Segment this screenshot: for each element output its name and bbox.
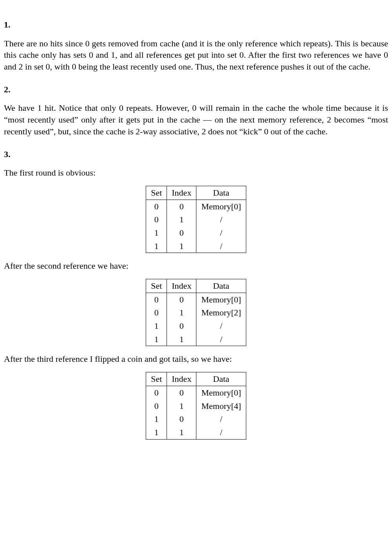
cell-data: Memory[4] (196, 399, 246, 413)
cell-data: / (196, 240, 246, 253)
cell-set: 0 (146, 306, 167, 319)
section-3-after-second: After the second reference we have: (4, 260, 388, 272)
cell-index: 1 (167, 213, 196, 226)
cell-set: 0 (146, 200, 167, 213)
cell-set: 1 (146, 333, 167, 346)
cell-index: 0 (167, 226, 196, 240)
col-data-header: Data (196, 279, 246, 293)
cell-set: 1 (146, 426, 167, 439)
table-row: 1 1 / (146, 333, 246, 346)
section-2-paragraph: We have 1 hit. Notice that only 0 repeat… (4, 102, 388, 137)
cell-set: 0 (146, 293, 167, 306)
section-1-heading: 1. (4, 19, 388, 31)
table-header-row: Set Index Data (146, 279, 246, 293)
section-3-after-third: After the third reference I flipped a co… (4, 353, 388, 365)
col-index-header: Index (167, 186, 196, 200)
col-data-header: Data (196, 372, 246, 386)
col-set-header: Set (146, 372, 167, 386)
cell-data: / (196, 319, 246, 333)
cache-table-1: Set Index Data 0 0 Memory[0] 0 1 / 1 0 /… (146, 186, 246, 253)
section-2-heading: 2. (4, 84, 388, 95)
table-row: 0 0 Memory[0] (146, 200, 246, 213)
cell-index: 1 (167, 426, 196, 439)
cell-set: 1 (146, 240, 167, 253)
cell-index: 1 (167, 399, 196, 413)
table-header-row: Set Index Data (146, 372, 246, 386)
table-header-row: Set Index Data (146, 186, 246, 200)
cell-data: Memory[0] (196, 293, 246, 306)
cell-index: 0 (167, 293, 196, 306)
section-3-intro: The first round is obvious: (4, 167, 388, 179)
cell-data: Memory[0] (196, 386, 246, 399)
cell-set: 1 (146, 412, 167, 426)
cell-index: 1 (167, 333, 196, 346)
cell-set: 1 (146, 226, 167, 240)
cell-data: / (196, 226, 246, 240)
section-3-heading: 3. (4, 148, 388, 160)
table-row: 0 0 Memory[0] (146, 293, 246, 306)
cache-table-2: Set Index Data 0 0 Memory[0] 0 1 Memory[… (146, 279, 246, 346)
cell-data: Memory[0] (196, 200, 246, 213)
cell-data: / (196, 213, 246, 226)
section-1-paragraph: There are no hits since 0 gets removed f… (4, 38, 388, 73)
cell-set: 0 (146, 399, 167, 413)
cell-index: 0 (167, 412, 196, 426)
table-row: 0 1 Memory[4] (146, 399, 246, 413)
cell-index: 1 (167, 240, 196, 253)
col-index-header: Index (167, 372, 196, 386)
table-row: 1 0 / (146, 226, 246, 240)
table-row: 1 0 / (146, 412, 246, 426)
col-index-header: Index (167, 279, 196, 293)
cell-data: / (196, 333, 246, 346)
cell-data: / (196, 426, 246, 439)
cell-set: 0 (146, 386, 167, 399)
col-data-header: Data (196, 186, 246, 200)
cell-set: 0 (146, 213, 167, 226)
cell-index: 0 (167, 200, 196, 213)
cell-data: Memory[2] (196, 306, 246, 319)
table-row: 0 1 / (146, 213, 246, 226)
col-set-header: Set (146, 279, 167, 293)
cache-table-3: Set Index Data 0 0 Memory[0] 0 1 Memory[… (146, 372, 246, 439)
cell-set: 1 (146, 319, 167, 333)
cell-index: 1 (167, 306, 196, 319)
table-row: 0 0 Memory[0] (146, 386, 246, 399)
col-set-header: Set (146, 186, 167, 200)
cell-index: 0 (167, 386, 196, 399)
table-row: 1 1 / (146, 426, 246, 439)
table-row: 1 1 / (146, 240, 246, 253)
cell-data: / (196, 412, 246, 426)
cell-index: 0 (167, 319, 196, 333)
table-row: 0 1 Memory[2] (146, 306, 246, 319)
table-row: 1 0 / (146, 319, 246, 333)
